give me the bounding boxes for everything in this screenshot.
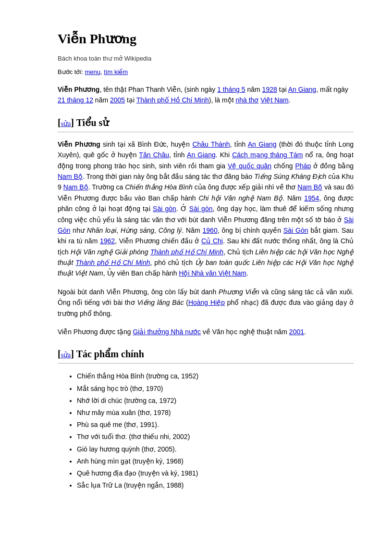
newspaper-name: Tiếng Súng Kháng Địch [254, 173, 326, 180]
death-place-link[interactable]: Thành phố Hồ Chí Minh [136, 96, 209, 104]
giai-thuong-link[interactable]: Giải thưởng Nhà nước [133, 328, 201, 336]
phap-link[interactable]: Pháp [295, 162, 311, 170]
chau-thanh-link[interactable]: Châu Thành [192, 140, 230, 148]
hung-sang: Hừng sáng [121, 226, 154, 234]
birth-place-link[interactable]: An Giang [288, 86, 316, 93]
year-1962-link[interactable]: 1962 [100, 237, 115, 245]
sai-gon-link-1[interactable]: Sài gòn [153, 205, 176, 213]
alt-pen-name: Phương Viễn [219, 288, 259, 296]
year-2001-link[interactable]: 2001 [289, 328, 304, 336]
birth-date-link[interactable]: 1 tháng 5 [217, 86, 245, 93]
birth-name: Phan Thanh Viễn [128, 86, 181, 93]
work-item-3: Như mây mùa xuân (thơ, 1978) [77, 407, 354, 419]
hcm-link-1[interactable]: Thành phố Hồ Chí Minh [150, 248, 223, 256]
body-paragraph-1: Viễn Phương sinh tại xã Bình Đức, huyện … [58, 139, 354, 279]
menu-link[interactable]: menu [85, 68, 101, 75]
work-item-2: Nhớ lời di chúc (trường ca, 1972) [77, 395, 354, 407]
year-1960-link[interactable]: 1960 [203, 226, 218, 234]
sai-gon-link-2[interactable]: Sài gòn [189, 205, 213, 213]
work-item-6: Gió lay hương quỳnh (thơ, 2005). [77, 443, 354, 455]
chi-hoi-title: Chi hội Văn nghệ Nam Bộ [198, 194, 282, 202]
ve-quoc-quan-link[interactable]: Vệ quốc quân [228, 162, 271, 170]
work-item-5: Thơ với tuổi thơ. (thơ thiếu nhi, 2002) [77, 431, 354, 443]
nationality-link[interactable]: Việt Nam [260, 96, 289, 104]
subject-name-body: Viễn Phương [58, 140, 100, 148]
tan-chau-link[interactable]: Tân Châu [139, 151, 169, 159]
hoi-van-nghe: Hội Văn nghệ Giải phóng Thành phố Hồ Chí… [71, 248, 223, 256]
an-giang-link-2[interactable]: An Giang [187, 151, 216, 159]
work-item-7: Anh hùng mìn gạt (truyện ký, 1968) [77, 455, 354, 467]
poem-title: Viếng lăng Bác [137, 299, 184, 306]
nam-bo-link-1[interactable]: Nam Bộ [58, 173, 83, 180]
cong-ly: Công lý [159, 226, 182, 234]
work-item-8: Quê hương địa đạo (truyện và ký, 1981) [77, 467, 354, 479]
year-1954-link[interactable]: 1954 [304, 194, 319, 202]
tieu-su-section: Viễn Phương sinh tại xã Bình Đức, huyện … [58, 139, 354, 338]
subtitle: Bách khoa toàn thư mở Wikipedia [58, 54, 354, 63]
navigation: Bước tới: menu, tìm kiếm [58, 67, 354, 77]
an-giang-link-1[interactable]: An Giang [248, 140, 277, 148]
section-heading-tac-pham: [sửa] Tác phẩm chính [58, 347, 354, 364]
nam-bo-link-3[interactable]: Nam Bộ [297, 183, 322, 191]
edit-tieu-su-link[interactable]: sửa [61, 120, 71, 127]
edit-tac-pham-link[interactable]: sửa [61, 352, 71, 359]
body-paragraph-2: Ngoài bút danh Viễn Phương, ông còn lấy … [58, 287, 354, 319]
intro-paragraph: Viễn Phương, tên thật Phan Thanh Viễn, (… [58, 84, 354, 106]
subject-name-bold: Viễn Phương [58, 86, 99, 93]
page-title: Viễn Phương [58, 29, 354, 49]
cach-mang-link[interactable]: Cách mạng tháng Tám [232, 151, 303, 159]
search-link[interactable]: tìm kiếm [104, 68, 128, 75]
navigation-label: Bước tới: [58, 68, 83, 75]
death-date-link[interactable]: 21 tháng 12 [58, 96, 93, 104]
hcm-link-2[interactable]: Thành phố Hồ Chí Minh [75, 259, 150, 266]
body-paragraph-3: Viễn Phương được tặng Giải thưởng Nhà nư… [58, 327, 354, 337]
hoang-hiep-link[interactable]: Hoàng Hiệp [188, 299, 225, 306]
works-list: Chiến thắng Hòa Bình (trường ca, 1952)Mắ… [77, 370, 354, 491]
work-item-1: Mắt sáng học trò (thơ, 1970) [77, 383, 354, 395]
nam-bo-link-2[interactable]: Nam Bộ [63, 183, 88, 191]
nhan-loai: Nhân loại [87, 226, 116, 234]
work-item-9: Sắc lụa Trữ La (truyện ngắn, 1988) [77, 479, 354, 491]
hoi-nha-van-link[interactable]: Hội Nhà văn Việt Nam [179, 269, 246, 277]
sai-gon-link-4[interactable]: Sài Gòn [283, 226, 308, 234]
death-year-link[interactable]: 2005 [110, 96, 125, 104]
profession-link[interactable]: nhà thơ [235, 96, 258, 104]
birth-year-link[interactable]: 1928 [262, 86, 277, 93]
section-heading-tieu-su: [sửa] Tiểu sử [58, 115, 354, 132]
work-item-0: Chiến thắng Hòa Bình (trường ca, 1952) [77, 370, 354, 382]
cu-chi-link[interactable]: Củ Chi [201, 237, 223, 245]
truong-ca-title: Chiến thắng Hòa Bình [125, 183, 192, 191]
work-item-4: Phù sa quê me (thơ, 1991). [77, 419, 354, 431]
